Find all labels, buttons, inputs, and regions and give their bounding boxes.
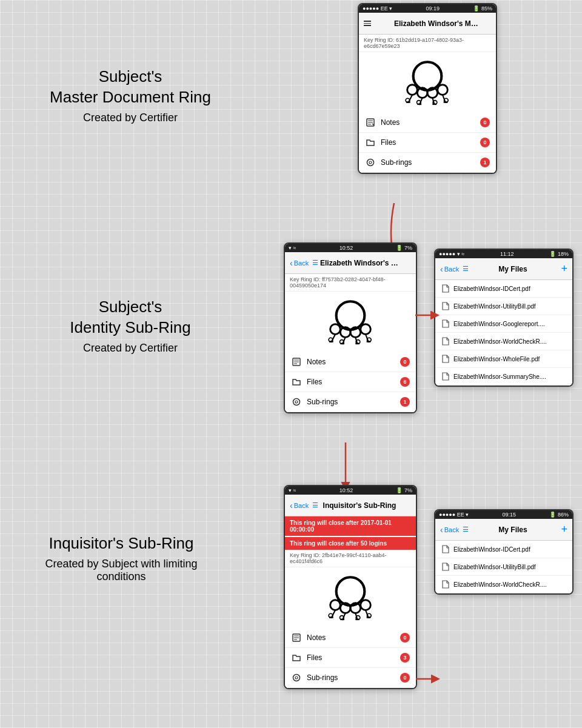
phone3-back-label: Back xyxy=(444,265,459,273)
phone5-file-2[interactable]: ElizabethWindsor-WorldCheckR.... xyxy=(435,576,572,593)
phone3-file-1-name: ElizabethWindsor-UtilityBill.pdf xyxy=(453,303,536,310)
phone3-file-2-icon xyxy=(441,319,450,328)
phone1-notes-label: Notes xyxy=(381,118,480,127)
phone5-file-0-name: ElizabethWindsor-IDCert.pdf xyxy=(453,546,530,553)
phone3-file-0[interactable]: ElizabethWindsor-IDCert.pdf xyxy=(435,280,572,298)
svg-point-0 xyxy=(413,62,442,90)
phone5-nav-bar: ‹ Back ☰ My Files + xyxy=(435,519,572,541)
phone4-nav-left[interactable]: ‹ Back ☰ xyxy=(290,501,320,510)
phone1-files-label: Files xyxy=(381,138,480,147)
phone3-file-0-icon xyxy=(441,284,450,293)
phone2-key-ring-id: Key Ring ID: ff7573b2-0282-4047-bf48-004… xyxy=(285,274,416,292)
phone4-files-item[interactable]: Files 3 xyxy=(285,648,416,668)
phone4-notes-label: Notes xyxy=(307,633,400,642)
inquisitor-ring-title: Inquisitor's Sub-Ring xyxy=(6,533,236,554)
phone3-file-1[interactable]: ElizabethWindsor-UtilityBill.pdf xyxy=(435,298,572,315)
phone2-battery: 🔋 7% xyxy=(396,245,412,251)
phone3-add-button[interactable]: + xyxy=(555,262,567,275)
phone1-battery: 🔋 85% xyxy=(473,5,492,12)
phone2-keyring-svg xyxy=(320,298,381,346)
phone3-files-list: ElizabethWindsor-IDCert.pdf ElizabethWin… xyxy=(435,280,572,386)
my-files-phone-bottom: ●●●●● EE ▾ 09:15 🔋 86% ‹ Back ☰ My Files… xyxy=(434,509,574,595)
phone5-nav-title: My Files xyxy=(470,526,555,534)
phone2-nav-left[interactable]: ‹ Back ☰ xyxy=(290,258,320,268)
svg-point-23 xyxy=(369,161,372,164)
phone5-file-0[interactable]: ElizabethWindsor-IDCert.pdf xyxy=(435,541,572,558)
phone4-hamburger-icon[interactable]: ☰ xyxy=(312,501,318,509)
phone1-notes-icon xyxy=(365,117,376,128)
phone3-hamburger-icon[interactable]: ☰ xyxy=(463,265,469,273)
svg-point-65 xyxy=(330,600,341,610)
phone5-signal: ●●●●● EE ▾ xyxy=(439,512,469,518)
svg-point-4 xyxy=(438,85,448,95)
phone3-file-5[interactable]: ElizabethWindsor-SummaryShe.... xyxy=(435,368,572,386)
phone3-status-bar: ●●●●● ▾ ≈ 11:12 🔋 18% xyxy=(435,250,572,258)
master-ring-title: Subject'sMaster Document Ring xyxy=(18,67,242,108)
phone3-nav-left[interactable]: ‹ Back ☰ xyxy=(440,264,470,274)
phone3-file-1-icon xyxy=(441,302,450,310)
phone1-time: 09:19 xyxy=(426,5,440,12)
phone5-file-1[interactable]: ElizabethWindsor-UtilityBill.pdf xyxy=(435,558,572,576)
phone3-file-3-name: ElizabethWindsor-WorldCheckR.... xyxy=(453,338,547,345)
phone1-subrings-badge: 1 xyxy=(480,158,490,167)
phone5-back-chevron: ‹ xyxy=(440,525,443,535)
phone1-files-icon xyxy=(365,137,376,148)
phone5-file-1-icon xyxy=(441,563,450,571)
identity-ring-subtitle: Created by Certifier xyxy=(18,342,242,355)
phone2-status-bar: ▾ ≈ 10:52 🔋 7% xyxy=(285,244,416,252)
phone5-battery: 🔋 86% xyxy=(549,512,569,518)
phone2-subrings-item[interactable]: Sub-rings 1 xyxy=(285,392,416,412)
phone5-time: 09:15 xyxy=(503,512,517,518)
phone2-notes-label: Notes xyxy=(307,358,400,366)
phone2-subrings-icon xyxy=(291,396,302,407)
phone1-files-item[interactable]: Files 0 xyxy=(359,133,496,153)
phone5-add-button[interactable]: + xyxy=(555,523,567,536)
master-ring-subtitle: Created by Certifier xyxy=(18,112,242,124)
phone3-file-2[interactable]: ElizabethWindsor-Googlereport.... xyxy=(435,315,572,333)
phone4-files-icon xyxy=(291,652,302,663)
identity-ring-title: Subject'sIdentity Sub-Ring xyxy=(18,297,242,338)
phone5-nav-left[interactable]: ‹ Back ☰ xyxy=(440,525,470,535)
phone5-hamburger-icon[interactable]: ☰ xyxy=(463,526,469,533)
svg-point-22 xyxy=(367,159,374,166)
svg-point-68 xyxy=(361,600,371,610)
phone4-notes-badge: 0 xyxy=(400,633,410,643)
phone1-keyring-svg xyxy=(397,58,458,107)
phone5-back-label: Back xyxy=(444,526,459,533)
phone1-hamburger[interactable] xyxy=(364,21,371,26)
arrow-2 xyxy=(415,303,440,327)
phone2-notes-icon xyxy=(291,356,302,367)
phone2-subrings-label: Sub-rings xyxy=(307,398,400,406)
my-files-phone-top: ●●●●● ▾ ≈ 11:12 🔋 18% ‹ Back ☰ My Files … xyxy=(434,249,574,387)
phone4-warning-2: This ring will close after 50 logins xyxy=(285,537,416,550)
phone4-back-label: Back xyxy=(294,502,309,509)
svg-point-25 xyxy=(336,301,365,330)
phone3-file-3[interactable]: ElizabethWindsor-WorldCheckR.... xyxy=(435,333,572,350)
phone4-notes-item[interactable]: Notes 0 xyxy=(285,628,416,648)
phone4-subrings-label: Sub-rings xyxy=(307,673,400,682)
phone5-file-2-name: ElizabethWindsor-WorldCheckR.... xyxy=(453,581,547,588)
phone3-signal: ●●●●● ▾ ≈ xyxy=(439,251,464,257)
phone2-back-label: Back xyxy=(294,259,309,267)
phone1-key-image xyxy=(359,52,496,113)
phone2-back-chevron: ‹ xyxy=(290,258,293,268)
phone4-warning-1: This ring will close after 2017-01-01 00… xyxy=(285,516,416,536)
phone1-notes-item[interactable]: Notes 0 xyxy=(359,113,496,133)
phone3-battery: 🔋 18% xyxy=(549,251,569,257)
phone2-nav-title: Elizabeth Windsor's Ide... xyxy=(320,259,399,267)
phone2-hamburger-icon[interactable]: ☰ xyxy=(312,259,318,267)
phone5-status-bar: ●●●●● EE ▾ 09:15 🔋 86% xyxy=(435,510,572,519)
phone5-file-1-name: ElizabethWindsor-UtilityBill.pdf xyxy=(453,564,536,570)
phone4-subrings-item[interactable]: Sub-rings 0 xyxy=(285,668,416,688)
phone4-key-ring-id: Key Ring ID: 2fb41e7e-99cf-4110-aab4-ec4… xyxy=(285,550,416,567)
phone4-files-label: Files xyxy=(307,653,400,662)
phone2-files-item[interactable]: Files 6 xyxy=(285,372,416,392)
phone1-subrings-item[interactable]: Sub-rings 1 xyxy=(359,153,496,173)
phone4-key-image xyxy=(285,567,416,628)
phone3-file-4[interactable]: ElizabethWindsor-WholeFile.pdf xyxy=(435,350,572,368)
phone2-notes-item[interactable]: Notes 0 xyxy=(285,352,416,372)
svg-point-64 xyxy=(336,577,365,606)
phone3-nav-bar: ‹ Back ☰ My Files + xyxy=(435,258,572,280)
identity-ring-label: Subject'sIdentity Sub-Ring Created by Ce… xyxy=(18,297,242,355)
phone2-files-badge: 6 xyxy=(400,377,410,387)
